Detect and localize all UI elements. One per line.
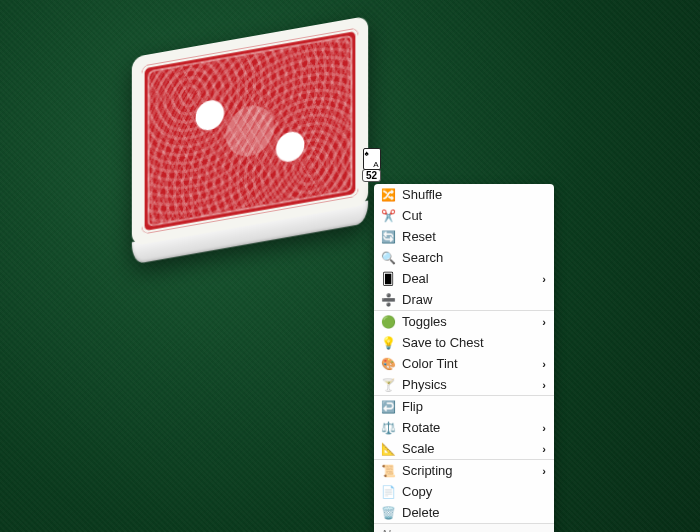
- menu-section: 🔀Shuffle✂️Cut🔄Reset🔍Search🂠Deal›➗Draw: [374, 184, 554, 310]
- shuffle-icon: 🔀: [378, 188, 398, 202]
- menu-item-label: Draw: [398, 292, 546, 307]
- menu-item-label: Shuffle: [398, 187, 546, 202]
- menu-item-label: Physics: [398, 377, 542, 392]
- menu-item-label: Delete: [398, 505, 546, 520]
- draw-icon: ➗: [378, 293, 398, 307]
- chevron-right-icon: ›: [542, 358, 546, 370]
- menu-item-copy[interactable]: 📄Copy: [374, 481, 554, 502]
- name-input[interactable]: [374, 524, 554, 532]
- chest-icon: 💡: [378, 336, 398, 350]
- menu-item-save-to-chest[interactable]: 💡Save to Chest: [374, 332, 554, 353]
- menu-item-cut[interactable]: ✂️Cut: [374, 205, 554, 226]
- cut-icon: ✂️: [378, 209, 398, 223]
- menu-item-label: Search: [398, 250, 546, 265]
- menu-item-color-tint[interactable]: 🎨Color Tint›: [374, 353, 554, 374]
- menu-item-search[interactable]: 🔍Search: [374, 247, 554, 268]
- menu-item-label: Toggles: [398, 314, 542, 329]
- menu-item-label: Rotate: [398, 420, 542, 435]
- chevron-right-icon: ›: [542, 422, 546, 434]
- search-icon: 🔍: [378, 251, 398, 265]
- copy-icon: 📄: [378, 485, 398, 499]
- menu-item-flip[interactable]: ↩️Flip: [374, 396, 554, 417]
- menu-section: 📜Scripting›📄Copy🗑️Delete: [374, 459, 554, 523]
- menu-section: ↩️Flip⚖️Rotate›📐Scale›: [374, 395, 554, 459]
- menu-item-rotate[interactable]: ⚖️Rotate›: [374, 417, 554, 438]
- context-menu[interactable]: 🔀Shuffle✂️Cut🔄Reset🔍Search🂠Deal›➗Draw🟢To…: [374, 184, 554, 532]
- menu-item-label: Flip: [398, 399, 546, 414]
- reset-icon: 🔄: [378, 230, 398, 244]
- menu-item-shuffle[interactable]: 🔀Shuffle: [374, 184, 554, 205]
- menu-item-delete[interactable]: 🗑️Delete: [374, 502, 554, 523]
- menu-item-label: Cut: [398, 208, 546, 223]
- deck-count-badge: 52: [362, 148, 381, 182]
- chevron-right-icon: ›: [542, 273, 546, 285]
- menu-item-toggles[interactable]: 🟢Toggles›: [374, 311, 554, 332]
- scripting-icon: 📜: [378, 464, 398, 478]
- chevron-right-icon: ›: [542, 465, 546, 477]
- menu-item-label: Copy: [398, 484, 546, 499]
- flip-icon: ↩️: [378, 400, 398, 414]
- menu-item-label: Deal: [398, 271, 542, 286]
- ace-of-spades-icon: [363, 148, 381, 170]
- menu-item-label: Scripting: [398, 463, 542, 478]
- deck-count: 52: [362, 169, 381, 182]
- chevron-right-icon: ›: [542, 443, 546, 455]
- chevron-right-icon: ›: [542, 379, 546, 391]
- scale-icon: 📐: [378, 442, 398, 456]
- deal-icon: 🂠: [378, 272, 398, 286]
- menu-inputs: [374, 523, 554, 532]
- menu-item-deal[interactable]: 🂠Deal›: [374, 268, 554, 289]
- tint-icon: 🎨: [378, 357, 398, 371]
- delete-icon: 🗑️: [378, 506, 398, 520]
- menu-item-reset[interactable]: 🔄Reset: [374, 226, 554, 247]
- rotate-icon: ⚖️: [378, 421, 398, 435]
- menu-item-label: Reset: [398, 229, 546, 244]
- menu-item-label: Save to Chest: [398, 335, 546, 350]
- menu-item-scale[interactable]: 📐Scale›: [374, 438, 554, 459]
- toggles-icon: 🟢: [378, 315, 398, 329]
- menu-item-draw[interactable]: ➗Draw: [374, 289, 554, 310]
- menu-section: 🟢Toggles›💡Save to Chest🎨Color Tint›🍸Phys…: [374, 310, 554, 395]
- card-stack: [132, 16, 368, 247]
- chevron-right-icon: ›: [542, 316, 546, 328]
- menu-item-label: Color Tint: [398, 356, 542, 371]
- menu-item-label: Scale: [398, 441, 542, 456]
- menu-item-physics[interactable]: 🍸Physics›: [374, 374, 554, 395]
- menu-item-scripting[interactable]: 📜Scripting›: [374, 460, 554, 481]
- physics-icon: 🍸: [378, 378, 398, 392]
- card-deck[interactable]: [132, 16, 368, 247]
